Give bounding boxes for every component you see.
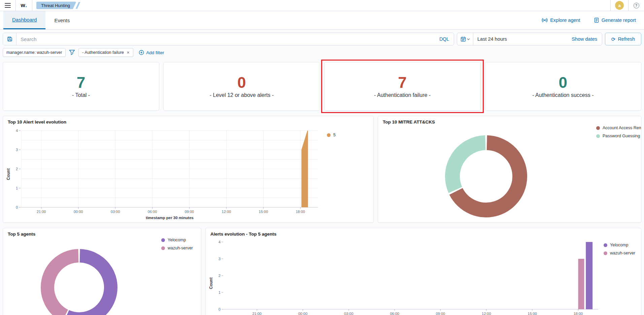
menu-button[interactable] [0,0,15,11]
chevron-down-icon [467,38,470,40]
donut-slice-1 [47,256,78,315]
divider [32,0,32,11]
bar-Yelocomp [586,242,592,309]
y-tick-label: 3 [16,148,18,152]
breadcrumb-badge[interactable]: Threat Hunting [36,2,76,9]
chart-legend: 5 [321,126,336,222]
x-tick-label: 06:00 [148,210,157,214]
refresh-button[interactable]: ⟳ Refresh [605,33,641,45]
stat-card-total: 7 - Total - [3,62,159,111]
y-tick-label: 0 [218,307,221,311]
date-picker: Last 24 hours Show dates [457,33,602,45]
filter-pill-manager-name[interactable]: manager.name: wazuh-server [3,48,66,57]
query-language-button[interactable]: DQL [435,33,454,45]
plus-circle-icon [139,50,144,55]
query-toolbar: DQL Last 24 hours Show dates ⟳ Refresh [3,33,641,45]
legend-dot-icon [161,238,165,242]
legend-item[interactable]: Yelocomp [604,243,635,247]
alerts-evolution-chart: 0123421:0000:0003:0006:0009:0012:0015:00… [214,238,601,315]
stat-card-authentication-failure: 7 - Authentication failure - [324,62,481,111]
x-tick-label: 21:00 [37,210,46,214]
filter-pill-authentication-failure[interactable]: - Authentication failure ✕ [78,48,133,57]
stat-value-2: 7 [398,75,407,90]
alert-level-evolution-card: Top 10 Alert level evolution Count 01234… [3,116,374,223]
legend-item[interactable]: wazuh-server [604,251,635,255]
stat-value-1: 0 [237,75,246,90]
x-tick-label: 12:00 [482,312,491,315]
report-icon [594,18,599,23]
legend-item[interactable]: Yelocomp [161,238,193,242]
calendar-icon [461,36,466,42]
chart-legend: Yelocompwazuh-server [161,238,193,254]
x-tick-label: 15:00 [259,210,268,214]
avatar[interactable]: a [615,1,624,10]
time-range-value[interactable]: Last 24 hours [473,36,511,42]
y-tick-label: 1 [218,290,221,294]
chart-legend: Account Access RemovalPassword Guessing [596,126,641,142]
legend-label: Password Guessing [603,134,640,138]
chart-title: Alerts evolution - Top 5 agents [210,232,638,237]
explore-agent-button[interactable]: Explore agent [540,17,582,24]
x-tick-label: 18:00 [574,312,583,315]
summary-stats-row: 7 - Total - 0 - Level 12 or above alerts… [3,62,641,111]
legend-label: wazuh-server [610,251,635,255]
filter-pill-label: - Authentication failure [82,50,124,55]
x-tick-label: 03:00 [111,210,120,214]
legend-item[interactable]: Account Access Removal [596,126,641,130]
show-dates-link[interactable]: Show dates [570,36,602,42]
refresh-label: Refresh [618,36,635,42]
y-tick-label: 2 [16,167,18,171]
legend-item[interactable]: wazuh-server [161,246,193,250]
x-tick-label: 06:00 [390,312,399,315]
y-tick-label: 1 [16,186,18,190]
x-tick-label: 12:00 [222,210,231,214]
remove-filter-icon[interactable]: ✕ [126,50,130,55]
top-5-agents-card: Top 5 agents Yelocompwazuh-server [3,228,201,315]
generate-report-button[interactable]: Generate report [592,17,638,23]
filter-row: manager.name: wazuh-server - Authenticat… [3,48,641,57]
add-filter-button[interactable]: Add filter [137,49,166,56]
legend-label: 5 [333,133,336,137]
donut-slice-1 [452,143,485,190]
tab-events[interactable]: Events [45,11,78,29]
tab-dashboard[interactable]: Dashboard [3,11,45,29]
legend-item[interactable]: 5 [327,133,336,137]
alerts-evolution-card: Alerts evolution - Top 5 agents Count 01… [205,228,641,315]
x-tick-label: 15:00 [528,312,537,315]
legend-label: Yelocomp [610,243,628,247]
stat-card-authentication-success: 0 - Authentication success - [485,62,641,111]
x-tick-label: 21:00 [252,312,262,315]
area-series-5 [301,131,308,207]
add-filter-label: Add filter [146,50,164,55]
broadcast-icon [542,17,548,23]
alert-level-evolution-chart: 0123421:0000:0003:0006:0009:0012:0015:00… [11,126,321,222]
help-icon[interactable]: ? [634,3,639,8]
legend-label: Yelocomp [168,238,186,242]
search-input[interactable] [16,36,435,42]
calendar-button[interactable] [457,33,473,45]
legend-item[interactable]: Password Guessing [596,134,641,138]
legend-label: wazuh-server [168,246,193,250]
legend-dot-icon [327,133,331,137]
y-tick-label: 4 [218,240,221,244]
stat-card-level-12: 0 - Level 12 or above alerts - [163,62,320,111]
filter-funnel-icon[interactable] [69,49,75,56]
legend-dot-icon [596,126,600,130]
top-bar: w. Threat Hunting a ? [0,0,644,11]
breadcrumb[interactable]: Threat Hunting [36,0,79,11]
x-tick-label: 09:00 [436,312,445,315]
saved-query-button[interactable] [3,33,16,45]
dashboard-content: 7 - Total - 0 - Level 12 or above alerts… [0,57,644,315]
legend-dot-icon [604,243,607,247]
y-tick-label: 0 [16,205,18,209]
charts-row-2: Top 5 agents Yelocompwazuh-server Alerts… [3,228,641,315]
donut-slice-0 [66,256,111,315]
generate-report-label: Generate report [602,18,636,23]
topbar-spacer [79,0,610,11]
stat-label-2: - Authentication failure - [374,92,431,98]
x-tick-label: 00:00 [298,312,308,315]
stat-value-0: 7 [77,75,86,90]
legend-label: Account Access Removal [603,126,641,130]
wazuh-logo[interactable]: w. [16,0,32,11]
logo-dot: . [25,2,27,9]
